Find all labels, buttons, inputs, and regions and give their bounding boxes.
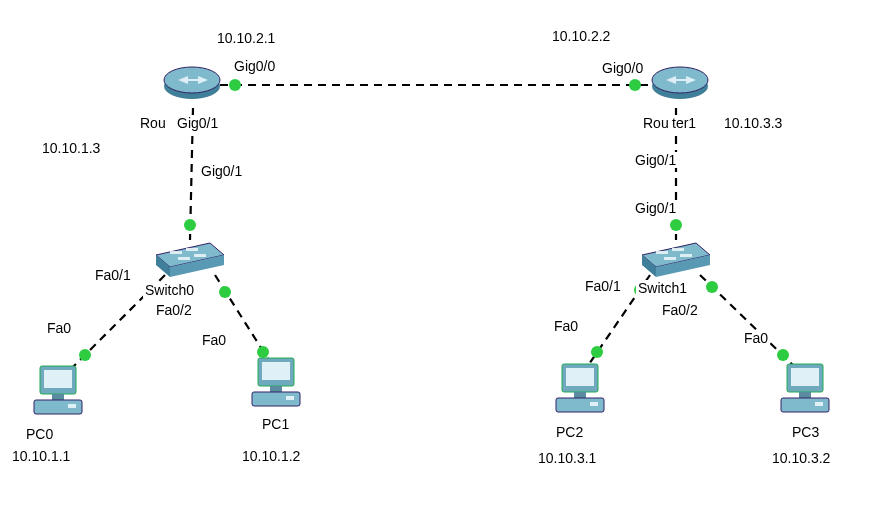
svg-rect-17 [680,254,692,257]
pc3-icon[interactable] [775,358,835,418]
svg-rect-22 [68,404,76,408]
pc0-icon[interactable] [28,360,88,420]
svg-rect-7 [170,251,182,254]
ip-pc3: 10.10.3.2 [770,450,832,466]
svg-rect-30 [574,392,586,398]
port-sw1-fa01: Fa0/1 [583,278,623,294]
link-dot [629,79,641,91]
port-pc3-fa0: Fa0 [742,330,770,346]
svg-rect-25 [270,386,282,392]
ip-pc2: 10.10.3.1 [536,450,598,466]
port-pc0-fa0: Fa0 [45,320,73,336]
switch0-label: Switch0 [143,282,196,298]
topology-canvas: 10.10.2.1 10.10.2.2 Gig0/0 Gig0/0 Rou Gi… [0,0,886,508]
pc3-label: PC3 [790,424,821,440]
svg-rect-10 [194,254,206,257]
router1-label-suffix: ter1 [670,115,698,131]
svg-rect-14 [656,251,668,254]
pc0-label: PC0 [24,426,55,442]
link-dot [591,346,603,358]
router0-label: Rou [138,115,168,131]
svg-rect-8 [186,248,198,251]
pc2-icon[interactable] [550,358,610,418]
svg-rect-35 [799,392,811,398]
ip-router1-g00: 10.10.2.2 [550,28,612,44]
pc1-label: PC1 [260,416,291,432]
router0-icon[interactable] [160,58,224,106]
ip-router0-g00: 10.10.2.1 [215,30,277,46]
svg-rect-20 [52,394,64,400]
link-dot [670,219,682,231]
port-sw0-fa01: Fa0/1 [93,267,133,283]
port-sw0-fa02: Fa0/2 [154,302,194,318]
router1-label: Rou [641,115,671,131]
port-r1-g01: Gig0/1 [633,152,678,168]
port-pc2-fa0: Fa0 [552,318,580,334]
svg-rect-16 [664,257,676,260]
svg-rect-15 [672,248,684,251]
ip-pc0: 10.10.1.1 [10,448,72,464]
port-sw1-fa02: Fa0/2 [660,302,700,318]
router1-icon[interactable] [648,58,712,106]
port-r0-g01: Gig0/1 [175,115,220,131]
svg-rect-29 [566,368,594,386]
switch1-label: Switch1 [636,280,689,296]
port-sw0-g01-top: Gig0/1 [199,163,244,179]
svg-rect-37 [815,402,823,406]
svg-rect-34 [791,368,819,386]
svg-rect-19 [44,370,72,388]
port-r1-g00: Gig0/0 [600,60,645,76]
pc2-label: PC2 [554,424,585,440]
ip-router1-lan: 10.10.3.3 [722,115,784,131]
svg-rect-24 [262,362,290,380]
link-dot [219,286,231,298]
links-layer [0,0,886,508]
svg-rect-27 [286,396,294,400]
port-sw1-g01: Gig0/1 [633,200,678,216]
svg-rect-32 [590,402,598,406]
port-pc1-fa0: Fa0 [200,332,228,348]
switch0-icon[interactable] [150,235,230,283]
port-r0-g00: Gig0/0 [232,58,277,74]
ip-pc1: 10.10.1.2 [240,448,302,464]
svg-rect-9 [178,257,190,260]
switch1-icon[interactable] [636,235,716,283]
link-dot [229,79,241,91]
ip-router0-lan: 10.10.1.3 [40,140,102,156]
pc1-icon[interactable] [246,352,306,412]
link-dot [184,219,196,231]
